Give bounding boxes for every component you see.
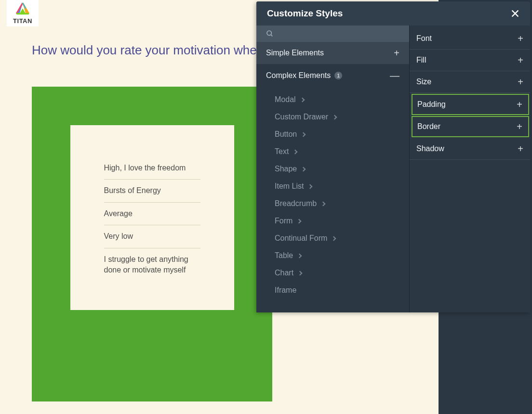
style-properties-column: Font + Fill + Size + Padding + Border + … <box>410 26 530 312</box>
titan-logo-icon <box>15 2 30 16</box>
style-row-shadow[interactable]: Shadow + <box>410 138 530 160</box>
element-item-text[interactable]: Text <box>275 143 409 160</box>
style-row-size[interactable]: Size + <box>410 71 530 93</box>
elements-column: Simple Elements + Complex Elements 1 — M… <box>256 26 410 312</box>
chevron-right-icon <box>300 97 305 102</box>
panel-body: Simple Elements + Complex Elements 1 — M… <box>256 26 530 312</box>
element-item-custom-drawer[interactable]: Custom Drawer <box>275 108 409 126</box>
expand-icon: + <box>394 48 399 58</box>
search-icon <box>266 30 274 38</box>
close-icon[interactable] <box>510 8 520 19</box>
survey-item-container: High, I love the freedom Bursts of Energ… <box>32 87 272 401</box>
style-row-fill[interactable]: Fill + <box>410 50 530 71</box>
section-simple-elements[interactable]: Simple Elements + <box>256 42 409 65</box>
collapse-icon: — <box>390 71 399 80</box>
plus-icon: + <box>518 34 523 43</box>
section-simple-label: Simple Elements <box>266 49 324 57</box>
chevron-right-icon <box>298 271 303 275</box>
element-item-button[interactable]: Button <box>275 126 409 143</box>
survey-option[interactable]: Average <box>104 203 200 225</box>
plus-icon: + <box>518 55 523 65</box>
panel-title: Customize Styles <box>267 8 343 19</box>
element-item-iframe[interactable]: Iframe <box>275 282 409 299</box>
section-complex-elements[interactable]: Complex Elements 1 — <box>256 65 409 87</box>
element-item-continual-form[interactable]: Continual Form <box>275 230 409 247</box>
chevron-right-icon <box>297 219 302 223</box>
element-item-modal[interactable]: Modal <box>275 91 409 108</box>
complex-elements-list: Modal Custom Drawer Button Text Shape It… <box>256 87 409 312</box>
panel-header: Customize Styles <box>256 1 530 26</box>
plus-icon: + <box>517 122 522 131</box>
svg-point-2 <box>267 31 271 35</box>
plus-icon: + <box>517 100 522 109</box>
style-row-font[interactable]: Font + <box>410 28 530 50</box>
chevron-right-icon <box>297 253 302 258</box>
titan-logo-text: TITAN <box>13 17 32 25</box>
survey-option[interactable]: I struggle to get anything done or motiv… <box>104 248 200 282</box>
element-item-shape[interactable]: Shape <box>275 160 409 178</box>
element-item-chart[interactable]: Chart <box>275 264 409 282</box>
survey-option[interactable]: Bursts of Energy <box>104 180 200 202</box>
chevron-right-icon <box>332 115 337 119</box>
chevron-right-icon <box>293 149 298 154</box>
style-row-padding[interactable]: Padding + <box>412 94 529 115</box>
plus-icon: + <box>518 144 523 154</box>
chevron-right-icon <box>308 184 313 189</box>
customize-styles-panel: Customize Styles Simple Elements + Compl… <box>256 1 530 312</box>
element-item-breadcrumb[interactable]: Breadcrumb <box>275 195 409 212</box>
chevron-right-icon <box>321 201 326 206</box>
plus-icon: + <box>518 77 523 87</box>
chevron-right-icon <box>301 132 306 137</box>
section-complex-label: Complex Elements <box>266 71 331 80</box>
info-badge: 1 <box>334 72 342 79</box>
survey-option[interactable]: High, I love the freedom <box>104 163 200 180</box>
style-row-border[interactable]: Border + <box>412 116 529 137</box>
element-item-table[interactable]: Table <box>275 247 409 264</box>
svg-line-3 <box>271 35 272 36</box>
titan-logo: TITAN <box>7 0 39 26</box>
chevron-right-icon <box>332 236 336 241</box>
chevron-right-icon <box>301 167 306 171</box>
element-item-item-list[interactable]: Item List <box>275 178 409 195</box>
element-item-form[interactable]: Form <box>275 212 409 230</box>
search-row[interactable] <box>256 26 409 42</box>
survey-options-card: High, I love the freedom Bursts of Energ… <box>70 125 234 310</box>
survey-option[interactable]: Very low <box>104 225 200 248</box>
